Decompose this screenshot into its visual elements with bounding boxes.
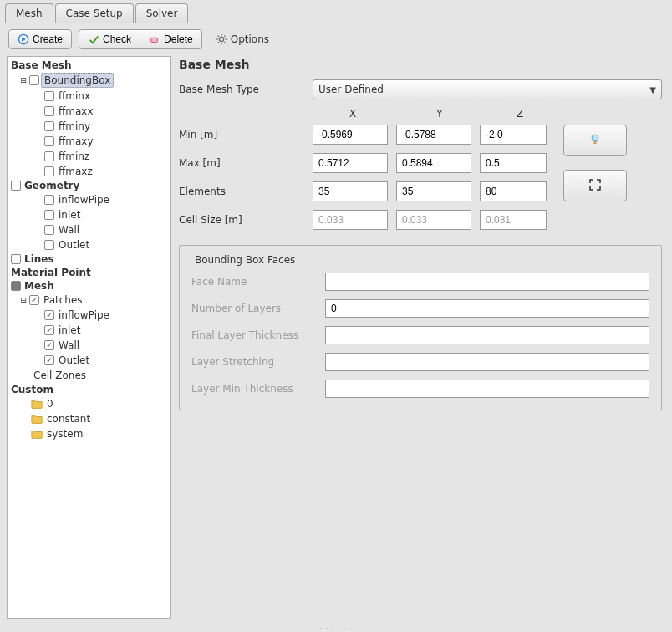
section-base-mesh: Base Mesh [8, 59, 170, 72]
checkbox[interactable] [44, 325, 54, 335]
section-lines[interactable]: Lines [8, 252, 170, 266]
tree-item-cellzones[interactable]: Cell Zones [8, 368, 170, 383]
min-x-input[interactable] [313, 125, 388, 145]
checkbox[interactable] [11, 181, 21, 191]
tab-mesh[interactable]: Mesh [5, 3, 53, 23]
final-thick-label: Final Layer Thickness [191, 329, 325, 341]
tree-item[interactable]: Outlet [8, 237, 170, 252]
toolbar: Create Check Delete Options [0, 23, 672, 56]
checkbox[interactable] [44, 225, 54, 235]
content-area: Base Mesh ⊟ BoundingBox ffminx ffmaxx ff… [0, 56, 672, 625]
tree-item[interactable]: inlet [8, 323, 170, 338]
tree-item[interactable]: ffminy [8, 119, 170, 134]
tree-item[interactable]: ffmaxz [8, 164, 170, 179]
stretch-input[interactable] [325, 353, 649, 371]
tree-item[interactable]: inlet [8, 207, 170, 222]
resize-gutter[interactable]: · · · · · · [0, 625, 672, 632]
checkbox[interactable] [44, 240, 54, 250]
patch-inflowpipe-label: inflowPipe [56, 308, 112, 322]
folder-constant-label: constant [44, 412, 93, 426]
boundingbox-label: BoundingBox [41, 73, 114, 88]
inlet-label: inlet [56, 208, 83, 222]
tree-item[interactable]: inflowPipe [8, 192, 170, 207]
face-name-label: Face Name [191, 276, 325, 288]
mesh-type-select[interactable]: User Defined ▼ [313, 79, 662, 99]
checkbox[interactable] [44, 91, 54, 101]
tree-item[interactable]: system [8, 426, 170, 441]
max-label: Max [m] [179, 157, 313, 169]
final-thick-input[interactable] [325, 326, 649, 344]
ffminy-label: ffminy [56, 120, 93, 133]
stretch-label: Layer Stretching [191, 356, 325, 368]
row-min: Min [m] [179, 125, 555, 145]
elem-y-input[interactable] [396, 181, 471, 201]
patch-outlet-label: Outlet [56, 354, 92, 367]
checkbox[interactable] [44, 106, 54, 116]
tree-item[interactable]: ffminz [8, 149, 170, 164]
checkbox[interactable] [11, 254, 21, 264]
disclosure-icon[interactable]: ⊟ [19, 76, 28, 84]
min-y-input[interactable] [396, 125, 471, 145]
eraser-icon [149, 33, 160, 45]
main-window: Mesh Case Setup Solver Create Check Dele… [0, 0, 672, 632]
min-z-input[interactable] [480, 125, 547, 145]
checkbox[interactable] [44, 195, 54, 205]
max-x-input[interactable] [313, 153, 388, 173]
tree-item[interactable]: Wall [8, 222, 170, 237]
create-button[interactable]: Create [8, 29, 72, 49]
elements-label: Elements [179, 186, 313, 197]
tree-item-patches[interactable]: ⊟ Patches [8, 293, 170, 308]
check-button[interactable]: Check [79, 29, 140, 49]
checkbox[interactable] [29, 75, 39, 85]
tree-item[interactable]: ffminx [8, 89, 170, 104]
patch-inlet-label: inlet [56, 324, 83, 337]
max-y-input[interactable] [396, 153, 471, 173]
checkbox[interactable] [44, 310, 54, 320]
max-z-input[interactable] [480, 153, 547, 173]
ffminx-label: ffminx [56, 89, 93, 103]
check-label: Check [103, 33, 131, 45]
delete-label: Delete [164, 33, 193, 45]
ffmaxz-label: ffmaxz [56, 165, 95, 178]
svg-line-11 [224, 36, 225, 37]
checkbox[interactable] [44, 166, 54, 176]
face-name-input[interactable] [325, 273, 649, 291]
lines-label: Lines [23, 253, 56, 265]
disclosure-icon[interactable]: ⊟ [19, 296, 28, 304]
tree-item[interactable]: ffmaxy [8, 134, 170, 149]
checkbox[interactable] [44, 136, 54, 146]
num-layers-input[interactable] [325, 299, 649, 318]
tree-item[interactable]: Outlet [8, 353, 170, 368]
checkbox[interactable] [44, 151, 54, 161]
tree-item[interactable]: constant [8, 411, 170, 426]
checkbox[interactable] [44, 355, 54, 365]
cellsize-label: Cell Size [m] [179, 214, 313, 226]
checkbox[interactable] [29, 295, 39, 305]
tree-item[interactable]: 0 [8, 396, 170, 411]
checkbox[interactable] [11, 281, 21, 291]
elem-z-input[interactable] [480, 181, 547, 201]
checkbox[interactable] [44, 121, 54, 131]
tree-item[interactable]: inflowPipe [8, 308, 170, 323]
elem-x-input[interactable] [313, 181, 388, 201]
expand-button[interactable] [563, 170, 627, 201]
tree-item[interactable]: Wall [8, 338, 170, 353]
ffmaxy-label: ffmaxy [56, 135, 96, 148]
delete-button[interactable]: Delete [140, 29, 202, 49]
folder-icon [31, 399, 43, 409]
section-mesh[interactable]: Mesh [8, 279, 170, 293]
tree-sidebar[interactable]: Base Mesh ⊟ BoundingBox ffminx ffmaxx ff… [7, 56, 171, 619]
min-thick-input[interactable] [325, 380, 649, 398]
tree-item[interactable]: ffmaxx [8, 104, 170, 119]
section-geometry[interactable]: Geometry [8, 179, 170, 192]
checkbox[interactable] [44, 210, 54, 220]
min-label: Min [m] [179, 129, 313, 140]
tab-solver[interactable]: Solver [135, 3, 189, 23]
checkbox[interactable] [44, 340, 54, 350]
options-label[interactable]: Options [231, 33, 269, 45]
tree-item-boundingbox[interactable]: ⊟ BoundingBox [8, 72, 170, 89]
hint-button[interactable] [563, 125, 627, 156]
folder-system-label: system [44, 427, 85, 441]
tab-case-setup[interactable]: Case Setup [55, 3, 134, 23]
svg-rect-13 [594, 141, 597, 144]
